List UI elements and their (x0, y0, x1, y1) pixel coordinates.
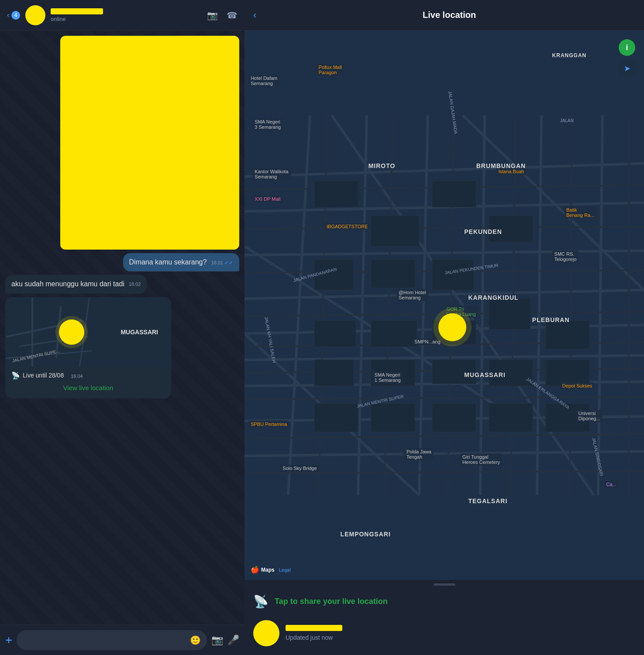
location-map-preview: MUGASSARI JALAN MENTRI SUPE... (5, 297, 171, 367)
district-mugassari: MUGASSARI (464, 371, 506, 378)
poi-polda: Polda JawaTengah (404, 448, 434, 460)
emoji-button[interactable]: 🙂 (190, 635, 201, 645)
avatar (25, 5, 45, 25)
camera-button[interactable]: 📷 (211, 634, 223, 646)
apple-logo-icon: 🍎 (251, 566, 259, 574)
poi-walikota: Kantor WalikotaSemarang (252, 168, 290, 180)
view-live-location-button[interactable]: View live location (11, 382, 165, 393)
left-header: ‹ 4 online 📷 ☎ (0, 0, 245, 31)
poi-sma1: SMA Negeri1 Semarang (372, 371, 403, 384)
svg-line-5 (245, 356, 644, 360)
svg-rect-44 (489, 299, 530, 329)
svg-line-26 (245, 434, 644, 439)
sent-message: Dimana kamu sekarang? 18.01 ✓✓ (123, 253, 239, 271)
message-text: aku sudah menunggu kamu dari tadi (11, 280, 124, 288)
video-call-icon[interactable]: 📷 (207, 10, 218, 21)
map-view: MIROTO BRUMBUNGAN PEKUNDEN KARANGKIDUL P… (245, 31, 644, 580)
svg-rect-41 (314, 321, 356, 347)
right-back-button[interactable]: ‹ (253, 10, 256, 21)
share-location-row[interactable]: 📡 Tap to share your live location (245, 589, 644, 616)
user-name-bar (286, 625, 342, 631)
legal-link[interactable]: Legal (279, 567, 291, 573)
svg-line-0 (245, 164, 644, 177)
poi-hom-hotel: @Hom HotelSemarang (396, 289, 428, 301)
voice-call-icon[interactable]: ☎ (227, 10, 238, 21)
map-info-button[interactable]: i (619, 39, 635, 56)
right-panel: ‹ Live location (245, 0, 644, 655)
location-message[interactable]: MUGASSARI JALAN MENTRI SUPE... 📡 Live un… (5, 297, 171, 398)
svg-line-11 (419, 116, 428, 495)
media-message[interactable] (60, 36, 239, 250)
poi-smpn: SMPN...ang (412, 338, 442, 345)
message-input-field[interactable]: 🙂 (17, 630, 207, 650)
back-button[interactable]: ‹ 4 (7, 10, 20, 20)
svg-rect-45 (314, 360, 354, 386)
svg-rect-34 (314, 181, 358, 207)
updated-timestamp: Updated just now (286, 634, 333, 641)
attach-button[interactable]: + (5, 633, 12, 647)
district-kranggan: KRANGGAN (552, 52, 587, 58)
live-until-text: Live until 28/08 (23, 372, 64, 379)
svg-line-12 (480, 116, 485, 495)
svg-rect-54 (489, 404, 533, 432)
svg-line-2 (245, 251, 644, 255)
poi-ca: Ca... (604, 481, 619, 488)
poi-giri: Giri TunggalHeroes Cemetery (460, 453, 502, 466)
apple-maps-text: Maps (261, 567, 275, 573)
poi-istana-buah: Istana Buah (496, 168, 526, 175)
svg-rect-52 (371, 404, 415, 432)
poi-solo-sky: Solo Sky Bridge (280, 465, 319, 472)
poi-batik: BatikBenang Ra... (564, 206, 596, 219)
drag-handle[interactable] (245, 580, 644, 589)
poi-sma3: SMA Negeri3 Semarang (252, 118, 283, 130)
location-info: 📡 Live until 28/08 18.04 View live locat… (5, 367, 171, 398)
user-info: Updated just now (286, 625, 635, 641)
bottom-section: 📡 Tap to share your live location Update… (245, 580, 644, 655)
chat-area: Dimana kamu sekarang? 18.01 ✓✓ aku sudah… (0, 31, 245, 624)
right-header: ‹ Live location (245, 0, 644, 31)
drag-bar (434, 583, 455, 586)
poi-univ: UniversiDiponeg... (576, 410, 602, 422)
map-container[interactable]: MIROTO BRUMBUNGAN PEKUNDEN KARANGKIDUL P… (245, 31, 644, 580)
received-message: aku sudah menunggu kamu dari tadi 18.02 (5, 275, 147, 293)
user-location-pin (59, 319, 84, 345)
svg-line-8 (245, 452, 644, 456)
message-time: 18.01 ✓✓ (211, 259, 233, 267)
left-panel: ‹ 4 online 📷 ☎ Dimana kamu sekarang? 18.… (0, 0, 245, 655)
contact-name (51, 8, 103, 14)
svg-rect-35 (371, 216, 419, 247)
svg-rect-49 (546, 321, 589, 349)
poi-spbu: SPBU Pertamina (248, 421, 289, 428)
contact-info: online (51, 8, 202, 22)
district-lempongsari: LEMPONGSARI (341, 531, 391, 538)
read-receipts: ✓✓ (224, 260, 233, 266)
district-miroto: MIROTO (368, 162, 396, 169)
poi-hotel-dafam: Hotel DafamSemarang (248, 75, 279, 87)
svg-line-32 (570, 116, 572, 495)
header-icons: 📷 ☎ (207, 10, 238, 21)
contact-status: online (51, 16, 202, 22)
map-location-button[interactable]: ➤ (619, 60, 635, 77)
user-location-row: Updated just now (245, 616, 644, 655)
chat-input-bar: + 🙂 📷 🎤 (0, 624, 245, 655)
user-live-location-dot (438, 313, 466, 341)
district-karangkidul: KARANGKIDUL (468, 294, 518, 301)
microphone-button[interactable]: 🎤 (227, 634, 239, 646)
svg-rect-42 (371, 321, 417, 347)
poi-depot: Depot Sukses (560, 382, 594, 389)
svg-rect-51 (314, 404, 358, 432)
svg-line-13 (537, 116, 541, 495)
poi-pollux-mall: Pollux MallParagon (317, 64, 344, 76)
share-location-text: Tap to share your live location (275, 597, 388, 606)
poi-ibgadget: IBGADGETSTORE (324, 223, 370, 230)
district-pleburan: PLEBURAN (532, 316, 570, 323)
svg-line-25 (245, 397, 644, 399)
svg-rect-40 (432, 260, 474, 290)
district-pekunden: PEKUNDEN (464, 228, 502, 235)
svg-line-14 (598, 116, 603, 495)
poi-xxi-dp: XXI DP Mall (252, 195, 282, 202)
location-area-label: MUGASSARI (121, 329, 158, 336)
page-title: Live location (263, 10, 635, 20)
district-tegalsari: TEGALSARI (468, 497, 507, 504)
map-roads-svg (245, 31, 644, 580)
